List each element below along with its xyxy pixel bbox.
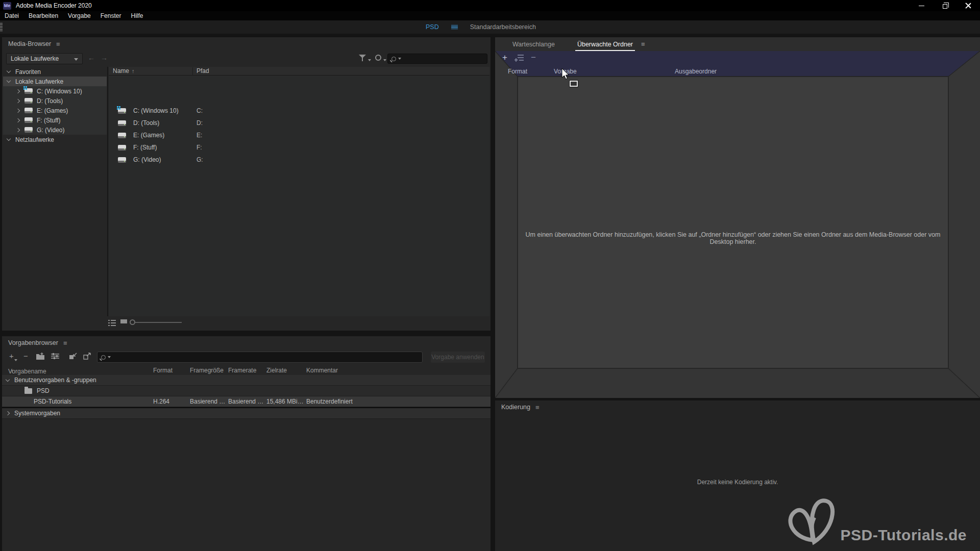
slider-knob[interactable] <box>130 319 135 325</box>
column-pfad[interactable]: Pfad <box>197 67 209 74</box>
tree-item-netzlaufwerke[interactable]: Netzlaufwerke <box>3 135 107 144</box>
chevron-right-icon[interactable] <box>6 411 10 415</box>
preset-search-input[interactable] <box>97 352 423 363</box>
tree-item-drive-g[interactable]: G: (Video) <box>3 125 107 135</box>
source-dropdown[interactable]: Lokale Laufwerke <box>6 53 83 64</box>
restore-button[interactable] <box>933 0 957 11</box>
add-preset-button[interactable]: + <box>9 352 14 360</box>
chevron-right-icon[interactable] <box>16 118 20 122</box>
chevron-right-icon[interactable] <box>16 89 20 93</box>
preset-settings-icon[interactable] <box>51 353 59 359</box>
workspace-menu-icon[interactable] <box>451 25 458 30</box>
windows-logo-icon <box>117 106 121 110</box>
new-group-icon[interactable] <box>36 352 45 360</box>
list-row-drive-c[interactable]: C: (Windows 10) C: <box>109 105 489 117</box>
search-caret-icon <box>108 356 111 358</box>
tree-item-drive-d[interactable]: D: (Tools) <box>3 96 107 106</box>
forward-button[interactable]: → <box>101 54 108 62</box>
tree-item-lokale-laufwerke[interactable]: Lokale Laufwerke <box>3 77 107 86</box>
tree-item-drive-f[interactable]: F: (Stuff) <box>3 115 107 125</box>
menu-vorgabe[interactable]: Vorgabe <box>68 12 91 19</box>
encoding-title: Kodierung <box>501 404 530 411</box>
drive-icon <box>24 88 33 94</box>
add-watched-folder-button[interactable]: + <box>502 53 507 63</box>
media-browser-list: Name ↑ Pfad C: (Windows 10) C: D: (Tools… <box>109 67 489 316</box>
filter-icon[interactable] <box>359 55 367 62</box>
column-zielrate[interactable]: Zielrate <box>266 367 287 374</box>
thumbnail-view-icon[interactable] <box>120 319 127 326</box>
column-format[interactable]: Format <box>153 367 173 374</box>
workspace-tab-psd[interactable]: PSD <box>426 23 439 31</box>
preset-row-psd-tutorials[interactable]: PSD-Tutorials H.264 Basierend … Basieren… <box>2 396 491 407</box>
encoding-panel: Kodierung ≡ Derzeit keine Kodierung akti… <box>495 400 980 551</box>
media-search-input[interactable] <box>387 54 487 64</box>
preset-browser-panel: Vorgabenbrowser ≡ + − Vorgabe anwenden V… <box>2 336 491 551</box>
drive-icon <box>118 108 126 114</box>
menu-hilfe[interactable]: Hilfe <box>131 12 143 19</box>
list-view-icon[interactable] <box>108 320 116 326</box>
chevron-right-icon[interactable] <box>16 128 20 132</box>
column-format[interactable]: Format <box>508 68 527 75</box>
export-preset-icon[interactable] <box>83 352 92 360</box>
remove-watched-folder-button[interactable]: − <box>531 53 536 63</box>
view-options-icon[interactable] <box>375 55 381 61</box>
list-row-drive-e[interactable]: E: (Games) E: <box>109 129 489 141</box>
chevron-down-icon[interactable] <box>7 79 11 83</box>
watched-folder-dropzone[interactable]: + − Format Vorgabe Ausgabeordner Um eine… <box>495 51 980 398</box>
column-framerate[interactable]: Framerate <box>228 367 256 374</box>
import-preset-icon[interactable] <box>68 352 78 360</box>
list-header: Name ↑ Pfad <box>109 67 489 76</box>
column-framegroesse[interactable]: Framegröße <box>190 367 224 374</box>
filter-caret-icon <box>368 59 371 61</box>
chevron-down-icon[interactable] <box>7 69 11 73</box>
media-browser-panel: Media-Browser ≡ Lokale Laufwerke ← → <box>2 37 491 331</box>
queue-panel: Warteschlange Überwachte Ordner ≡ + − <box>495 37 980 398</box>
list-row-drive-f[interactable]: F: (Stuff) F: <box>109 141 489 154</box>
tree-list-divider[interactable] <box>107 67 108 316</box>
minimize-button[interactable] <box>910 0 933 11</box>
search-caret-icon <box>398 58 401 60</box>
chevron-down-icon[interactable] <box>7 137 11 141</box>
chevron-right-icon[interactable] <box>16 98 20 103</box>
drive-icon <box>118 133 126 138</box>
menu-datei[interactable]: Datei <box>5 12 19 19</box>
remove-preset-button[interactable]: − <box>23 352 28 360</box>
group-row-user-presets[interactable]: Benutzervorgaben & -gruppen <box>2 375 491 386</box>
search-icon <box>391 57 396 61</box>
panel-menu-icon[interactable]: ≡ <box>56 41 60 47</box>
menu-bearbeiten[interactable]: Bearbeiten <box>29 12 58 19</box>
menu-fenster[interactable]: Fenster <box>101 12 121 19</box>
column-ausgabeordner[interactable]: Ausgabeordner <box>675 68 717 75</box>
tree-item-drive-e[interactable]: E: (Games) <box>3 106 107 115</box>
folder-row-psd[interactable]: PSD <box>2 386 491 396</box>
back-button[interactable]: ← <box>88 54 95 62</box>
list-row-drive-g[interactable]: G: (Video) G: <box>109 154 489 166</box>
workspace-bar: PSD Standardarbeitsbereich <box>0 20 980 34</box>
apply-preset-button[interactable]: Vorgabe anwenden <box>431 352 485 363</box>
chevron-right-icon[interactable] <box>16 108 20 112</box>
view-options-caret-icon <box>383 59 386 61</box>
close-button[interactable] <box>957 0 980 11</box>
workspace-tab-standard[interactable]: Standardarbeitsbereich <box>470 23 536 31</box>
list-row-drive-d[interactable]: D: (Tools) D: <box>109 117 489 129</box>
panel-menu-icon[interactable]: ≡ <box>63 340 67 346</box>
thumbnail-zoom-slider[interactable] <box>131 322 182 323</box>
chevron-down-icon[interactable] <box>6 377 10 381</box>
drive-icon <box>118 145 126 151</box>
panel-menu-icon[interactable]: ≡ <box>535 404 540 411</box>
group-row-system-presets[interactable]: Systemvorgaben <box>2 408 491 419</box>
chevron-down-icon <box>74 58 78 61</box>
tree-item-favoriten[interactable]: Favoriten <box>3 67 107 77</box>
tab-ueberwachte-ordner[interactable]: Überwachte Ordner <box>577 37 633 51</box>
column-kommentar[interactable]: Kommentar <box>306 367 338 374</box>
tab-warteschlange[interactable]: Warteschlange <box>512 37 555 51</box>
watermark: PSD-Tutorials.de <box>785 495 967 546</box>
tree-item-drive-c[interactable]: C: (Windows 10) <box>3 86 107 96</box>
watched-folder-hint: Um einen überwachten Ordner hinzuzufügen… <box>518 231 948 245</box>
drive-icon <box>24 117 33 123</box>
add-preset-to-folder-icon[interactable] <box>514 54 525 62</box>
drive-icon <box>24 98 33 104</box>
panel-menu-icon[interactable]: ≡ <box>641 40 645 48</box>
column-name[interactable]: Name <box>113 67 129 74</box>
windows-logo-icon <box>23 86 28 90</box>
